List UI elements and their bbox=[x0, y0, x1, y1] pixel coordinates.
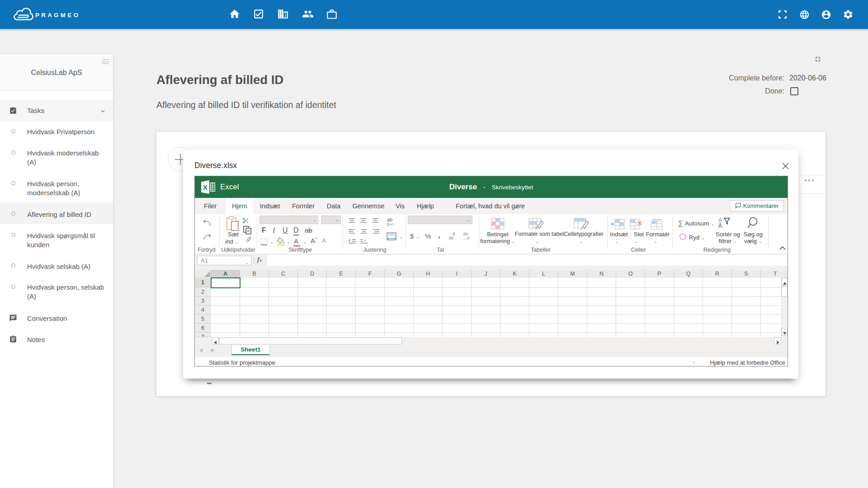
svg-text:Å: Å bbox=[718, 222, 722, 229]
svg-text:A: A bbox=[718, 217, 722, 223]
